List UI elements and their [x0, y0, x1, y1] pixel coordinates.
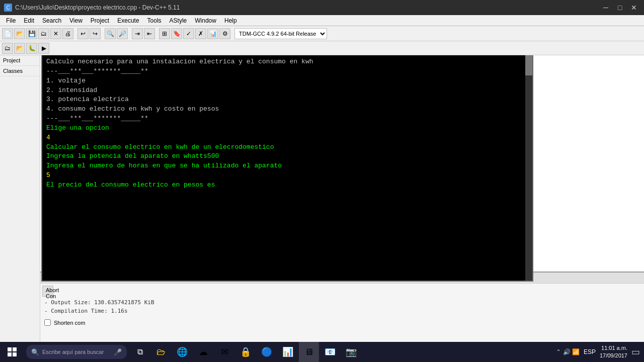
console-line-7: ---___***___*******_____**	[46, 114, 528, 124]
tray-icons: ⌃ 🔊 📶	[556, 348, 580, 355]
chart-btn[interactable]: 📊	[207, 28, 218, 39]
check-btn[interactable]: ✓	[183, 28, 194, 39]
show-desktop-btn[interactable]: ▭	[631, 346, 640, 357]
compiler-select[interactable]: TDM-GCC 4.9.2 64-bit Release	[234, 28, 327, 39]
console-line-2: ---___***___*******_____**	[46, 67, 528, 76]
mic-icon: 🎤	[114, 348, 122, 356]
clock: 11:01 a.m. 17/09/2017	[600, 344, 627, 360]
menu-tools[interactable]: Tools	[143, 16, 166, 25]
save-btn[interactable]: 💾	[26, 28, 37, 39]
bookmarks-btn[interactable]: 🔖	[171, 28, 182, 39]
indent-btn[interactable]: ⇥	[132, 28, 143, 39]
menu-bar: File Edit Search View Project Execute To…	[0, 15, 644, 26]
svg-rect-2	[8, 352, 12, 356]
menu-help[interactable]: Help	[220, 16, 241, 25]
menu-astyle[interactable]: AStyle	[166, 16, 191, 25]
explorer-btn[interactable]: 🗁	[151, 342, 171, 362]
new-proj-btn[interactable]: 🗂	[2, 43, 13, 54]
shorten-label: Shorten com	[54, 320, 85, 326]
edge-btn[interactable]: 🌐	[172, 342, 192, 362]
abort-button[interactable]: Abort Con	[42, 286, 53, 297]
console-line-13: 5	[46, 171, 528, 180]
console-line-14: El precio del consumo electrico en pesos…	[46, 180, 528, 190]
window-title: C:\Users\Julio\Desktop\proyecto electric…	[15, 4, 600, 11]
security-btn[interactable]: 🔒	[235, 342, 256, 362]
new-file-btn[interactable]: 📄	[2, 28, 13, 39]
find-btn[interactable]: 🔍	[105, 28, 116, 39]
window-controls: ─ □ ✕	[600, 3, 640, 13]
search-icon: 🔍	[31, 348, 39, 356]
console-scroll-thumb[interactable]	[525, 55, 532, 75]
devcpp-btn[interactable]: 🖥	[299, 342, 319, 362]
console-line-6: 4. consumo electrico en kwh y costo en p…	[46, 105, 528, 114]
shorten-row: Shorten com	[40, 317, 644, 328]
svg-rect-1	[13, 347, 17, 351]
compiler-output: - Output Size: 130.6357421875 KiB - Comp…	[40, 297, 644, 317]
devcpp-titlebar: C C:\Users\Julio\Desktop\proyecto electr…	[0, 0, 644, 15]
taskbar-icons: ⧉ 🗁 🌐 ☁ ✉ 🔒 🔵 📊 🖥 📧 📷	[130, 342, 361, 362]
close-button[interactable]: ✕	[628, 3, 640, 13]
console-line-0: Calculo necesario para una instalacion e…	[46, 57, 528, 67]
console-line-4: 2. intensidad	[46, 86, 528, 96]
system-tray: ⌃ 🔊 📶 ESP 11:01 a.m. 17/09/2017 ▭	[556, 344, 644, 360]
console-scrollbar[interactable]	[525, 55, 532, 281]
clock-date: 17/09/2017	[600, 352, 627, 359]
start-button[interactable]	[0, 342, 24, 362]
onedrive-btn[interactable]: ☁	[193, 342, 213, 362]
unindent-btn[interactable]: ⇤	[144, 28, 155, 39]
output-line-1: - Output Size: 130.6357421875 KiB	[44, 299, 640, 307]
mail2-btn[interactable]: 📧	[320, 342, 340, 362]
debug-btn[interactable]: 🐛	[26, 43, 37, 54]
taskbar-search[interactable]: 🔍 Escribe aquí para buscar 🎤	[26, 345, 127, 359]
print-btn[interactable]: 🖨	[62, 28, 73, 39]
svg-rect-3	[13, 352, 17, 356]
powerpoint-btn[interactable]: 📊	[278, 342, 298, 362]
maximize-button[interactable]: □	[614, 3, 626, 13]
step-btn[interactable]: ▶	[38, 43, 49, 54]
minimize-button[interactable]: ─	[600, 3, 612, 13]
taskview-btn[interactable]: ⧉	[130, 342, 150, 362]
console-line-5: 3. potencia electrica	[46, 95, 528, 105]
undo-btn[interactable]: ↩	[77, 28, 89, 39]
secondary-toolbar: 🗂 📂 🐛 ▶	[0, 41, 644, 55]
close-btn[interactable]: ✕	[50, 28, 61, 39]
output-line-2: - Compilation Time: 1.16s	[44, 307, 640, 316]
console-content: Calculo necesario para una instalacion e…	[42, 55, 532, 281]
redo-btn[interactable]: ↪	[90, 28, 101, 39]
search-placeholder: Escribe aquí para buscar	[42, 349, 104, 355]
main-toolbar: 📄 📂 💾 🗂 ✕ 🖨 ↩ ↪ 🔍 🔎 ⇥ ⇤ ⊞ 🔖 ✓ ✗ 📊 ⚙ TDM-…	[0, 26, 644, 41]
console-window: ⬛ C:\Users\Julio\Desktop\proyecto electr…	[41, 40, 533, 282]
console-line-12: Ingresa el numero de horas en que se ha …	[46, 161, 528, 171]
stop-btn[interactable]: ✗	[195, 28, 206, 39]
tab-project[interactable]: Project	[0, 55, 40, 66]
replace-btn[interactable]: 🔎	[117, 28, 128, 39]
open-btn[interactable]: 📂	[14, 28, 25, 39]
side-panel: Project Classes	[0, 55, 40, 352]
svg-rect-0	[8, 347, 12, 351]
tab-classes[interactable]: Classes	[0, 66, 40, 76]
options-btn[interactable]: ⚙	[219, 28, 230, 39]
menu-file[interactable]: File	[2, 16, 20, 25]
app-icon: C	[4, 4, 12, 12]
mail-btn[interactable]: ✉	[214, 342, 234, 362]
console-line-10: Calcular el consumo electrico en kwh de …	[46, 143, 528, 152]
menu-edit[interactable]: Edit	[20, 16, 38, 25]
menu-search[interactable]: Search	[38, 16, 65, 25]
console-line-8: Elige una opcion	[46, 124, 528, 133]
compiler-panel: ⚙ Compiler Abort Con - Output Size: 130.…	[40, 272, 644, 352]
camera-btn[interactable]: 📷	[341, 342, 361, 362]
menu-window[interactable]: Window	[191, 16, 220, 25]
console-line-9: 4	[46, 133, 528, 143]
chrome-btn[interactable]: 🔵	[257, 342, 277, 362]
save-project-btn[interactable]: 🗂	[38, 28, 49, 39]
toggle-btn[interactable]: ⊞	[159, 28, 170, 39]
menu-view[interactable]: View	[65, 16, 87, 25]
console-line-11: Ingresa la potencia del aparato en whatt…	[46, 152, 528, 161]
open-proj-btn[interactable]: 📂	[14, 43, 25, 54]
language-indicator: ESP	[584, 348, 596, 355]
menu-execute[interactable]: Execute	[113, 16, 143, 25]
shorten-checkbox[interactable]	[44, 319, 51, 326]
menu-project[interactable]: Project	[87, 16, 113, 25]
console-line-3: 1. voltaje	[46, 76, 528, 86]
taskbar: 🔍 Escribe aquí para buscar 🎤 ⧉ 🗁 🌐 ☁ ✉ 🔒…	[0, 342, 644, 362]
